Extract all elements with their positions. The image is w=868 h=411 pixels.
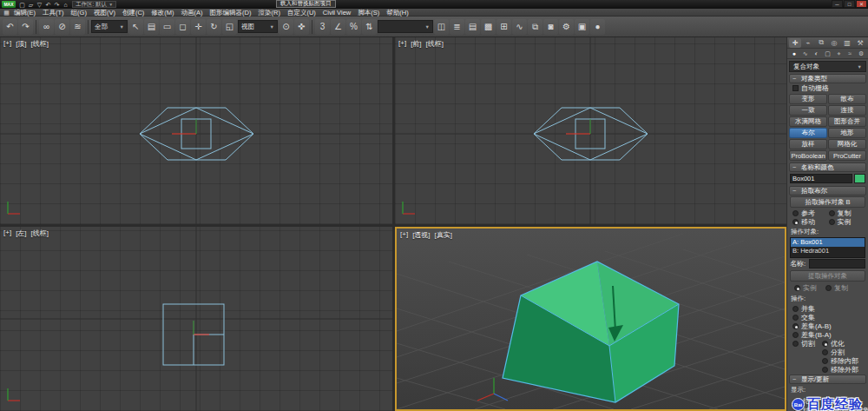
- terrain-button[interactable]: 地形: [828, 128, 866, 138]
- undo-icon[interactable]: ↶: [44, 1, 52, 9]
- rollout-object-type[interactable]: − 对象类型: [789, 74, 866, 83]
- tab-create[interactable]: ✛: [789, 38, 801, 48]
- rollout-name-color[interactable]: − 名称和颜色: [789, 162, 866, 172]
- tab-motion[interactable]: ◎: [828, 38, 840, 48]
- reference-radio[interactable]: 参考: [792, 209, 827, 217]
- selection-region-icon[interactable]: ▭: [160, 19, 174, 35]
- redo-icon[interactable]: ↷: [18, 19, 33, 35]
- viewport-menu-view[interactable]: [顶]: [16, 39, 26, 49]
- maximize-button[interactable]: □: [844, 0, 855, 8]
- menu-item[interactable]: 创建(C): [119, 9, 148, 17]
- subtraction-ab-radio[interactable]: 差集(A-B): [792, 322, 863, 330]
- menu-item[interactable]: 工具(T): [39, 9, 68, 17]
- select-object-icon[interactable]: ↖: [128, 19, 143, 35]
- viewport-menu-view[interactable]: [左]: [16, 229, 26, 238]
- category-helpers[interactable]: ⌖: [833, 50, 844, 57]
- scatter-button[interactable]: 散布: [828, 94, 866, 104]
- redo-icon[interactable]: ↷: [53, 1, 61, 9]
- tab-hierarchy[interactable]: ⧉: [815, 38, 827, 48]
- new-scene-icon[interactable]: ▢: [18, 1, 26, 9]
- object-category-dropdown[interactable]: 复合对象 ▼: [789, 61, 866, 72]
- menu-item[interactable]: 自定义(U): [284, 9, 319, 17]
- select-and-link-icon[interactable]: ∞: [39, 19, 54, 35]
- menu-item[interactable]: 视图(V): [90, 9, 119, 17]
- use-pivot-center-icon[interactable]: ⊙: [279, 19, 293, 35]
- move-radio[interactable]: 移动: [792, 217, 827, 226]
- operand-name-input[interactable]: [809, 259, 865, 268]
- tab-modify[interactable]: ⌁: [802, 38, 814, 48]
- save-file-icon[interactable]: ▽: [36, 1, 43, 9]
- layer-manager-icon[interactable]: ▤: [465, 19, 480, 35]
- tab-display[interactable]: ▥: [841, 38, 853, 48]
- pick-operand-b-button[interactable]: 拾取操作对象 B: [790, 196, 865, 208]
- connect-button[interactable]: 连接: [828, 105, 866, 116]
- mirror-icon[interactable]: ◫: [434, 19, 449, 35]
- menu-item[interactable]: 渲染(R): [255, 9, 284, 17]
- conform-button[interactable]: 一致: [789, 105, 827, 116]
- extract-instance-radio[interactable]: 实例: [794, 283, 817, 292]
- autogrid-checkbox[interactable]: [792, 85, 799, 91]
- category-space-warps[interactable]: ≈: [845, 50, 855, 56]
- menu-item[interactable]: 帮助(H): [383, 9, 411, 17]
- rollout-display-update[interactable]: − 显示/更新: [789, 375, 866, 384]
- viewport-menu-plus[interactable]: [+]: [400, 230, 408, 240]
- viewport-perspective[interactable]: [+] [透视] [真实]: [395, 227, 786, 411]
- rendered-frame-window-icon[interactable]: ▣: [575, 19, 589, 35]
- split-radio[interactable]: 分割: [822, 348, 863, 356]
- spinner-snap-icon[interactable]: ⇅: [362, 19, 377, 35]
- viewport-menu-view[interactable]: [前]: [411, 39, 421, 49]
- menu-item[interactable]: 脚本(S): [354, 9, 383, 17]
- remove-inside-radio[interactable]: 移除内部: [822, 356, 863, 365]
- app-logo[interactable]: MAX: [2, 1, 16, 8]
- material-editor-icon[interactable]: ◙: [543, 19, 558, 35]
- category-lights[interactable]: ◐: [812, 50, 822, 56]
- named-selection-set-combo[interactable]: ▼: [378, 20, 433, 33]
- viewport-top[interactable]: [+] [顶] [线框]: [0, 37, 392, 224]
- copy-radio[interactable]: 复制: [829, 209, 864, 217]
- viewport-menu-plus[interactable]: [+]: [3, 229, 11, 238]
- snap-toggle-3d-icon[interactable]: 3: [315, 19, 330, 35]
- refine-radio[interactable]: 优化: [822, 339, 863, 348]
- window-crossing-icon[interactable]: ◻: [175, 19, 190, 35]
- shapemerge-button[interactable]: 图形合并: [828, 116, 866, 127]
- percent-snap-icon[interactable]: %: [346, 19, 361, 35]
- reference-coordinate-combo[interactable]: 视图 ▼: [238, 20, 278, 33]
- menu-item[interactable]: 动画(A): [178, 9, 207, 17]
- viewport-menu-plus[interactable]: [+]: [3, 39, 11, 49]
- menu-item[interactable]: 修改(M): [148, 9, 177, 17]
- menu-item[interactable]: 编辑(E): [10, 9, 39, 17]
- intersection-radio[interactable]: 交集: [792, 313, 863, 322]
- blobmesh-button[interactable]: 水滴网格: [789, 116, 827, 127]
- render-setup-icon[interactable]: ⚙: [559, 19, 574, 35]
- viewport-menu-plus[interactable]: [+]: [398, 39, 406, 49]
- viewport-menu-shading[interactable]: [线框]: [426, 39, 444, 49]
- minimize-button[interactable]: ─: [832, 0, 843, 8]
- rollout-pick-boolean[interactable]: − 拾取布尔: [789, 186, 866, 196]
- selection-filter-combo[interactable]: 全部 ▼: [91, 20, 128, 33]
- render-icon[interactable]: ●: [590, 19, 605, 35]
- select-by-name-icon[interactable]: ▤: [144, 19, 159, 35]
- menu-item[interactable]: Civil View: [319, 9, 354, 17]
- close-button[interactable]: ✕: [856, 0, 867, 8]
- extract-operand-button[interactable]: 提取操作对象: [790, 270, 865, 282]
- morph-button[interactable]: 变形: [789, 94, 827, 104]
- workspace-combo[interactable]: 工作区: 默认 ▼: [72, 1, 116, 8]
- viewport-menu-shading[interactable]: [线框]: [31, 39, 49, 49]
- select-and-manipulate-icon[interactable]: ✜: [294, 19, 309, 35]
- menu-item[interactable]: 图形编辑器(D): [207, 9, 255, 17]
- extract-copy-radio[interactable]: 复制: [825, 283, 848, 292]
- schematic-view-icon[interactable]: ⧉: [528, 19, 542, 35]
- menu-item[interactable]: 组(G): [68, 9, 90, 17]
- select-and-rotate-icon[interactable]: ↻: [207, 19, 221, 35]
- project-folder-icon[interactable]: ⌂: [62, 1, 69, 9]
- ribbon-icon[interactable]: ▩: [481, 19, 496, 35]
- operands-list[interactable]: A: Box001B: Hedra001: [790, 237, 865, 258]
- open-file-icon[interactable]: ▱: [27, 1, 35, 9]
- angle-snap-icon[interactable]: ∠: [331, 19, 345, 35]
- align-icon[interactable]: ≣: [450, 19, 464, 35]
- category-cameras[interactable]: ▢: [823, 50, 833, 57]
- category-shapes[interactable]: ∿: [800, 50, 811, 57]
- viewport-menu-shading[interactable]: [线框]: [31, 229, 49, 238]
- select-and-scale-icon[interactable]: ◱: [222, 19, 237, 35]
- subtraction-ba-radio[interactable]: 差集(B-A): [792, 330, 863, 339]
